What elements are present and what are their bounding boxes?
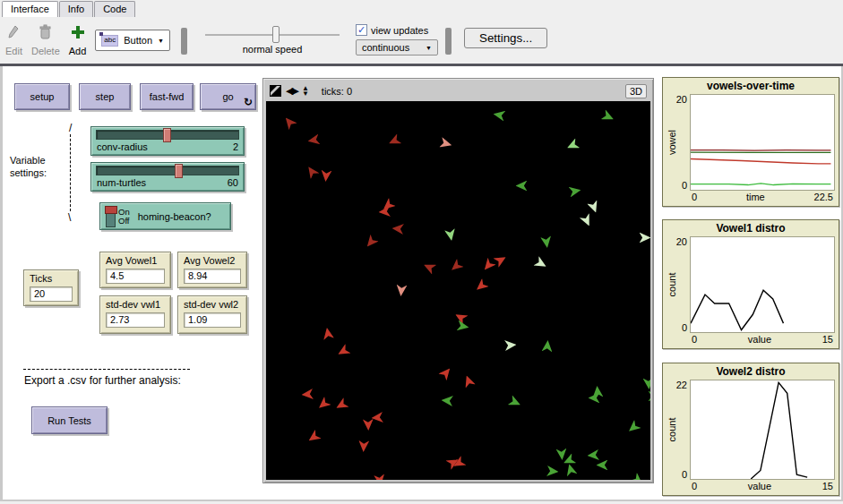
edit-button[interactable]: Edit bbox=[5, 21, 22, 56]
view-updates-checkbox[interactable]: ✓ bbox=[356, 24, 367, 36]
go-label: go bbox=[222, 91, 233, 102]
num-turtles-slider[interactable]: num-turtles 60 bbox=[90, 162, 245, 192]
line-chart bbox=[691, 237, 834, 332]
turtle bbox=[374, 474, 386, 480]
turtle bbox=[540, 235, 553, 249]
turtle bbox=[441, 395, 453, 406]
tab-interface[interactable]: Interface bbox=[2, 1, 58, 17]
world-view-header: ◀▶ ▲▼ ticks: 0 3D bbox=[266, 81, 650, 101]
delete-label: Delete bbox=[31, 46, 60, 56]
add-label: Add bbox=[69, 46, 87, 56]
tab-info[interactable]: Info bbox=[59, 1, 93, 17]
conv-radius-track bbox=[96, 130, 239, 140]
line-chart bbox=[691, 95, 834, 190]
turtle bbox=[320, 170, 331, 183]
vertical-arrows-icon[interactable]: ▲▼ bbox=[302, 86, 309, 97]
turtle bbox=[589, 393, 600, 404]
homing-beacon-label: homing-beacon? bbox=[138, 211, 211, 222]
toolbar: Edit Delete Add abc Button ▼ normal spee… bbox=[0, 17, 843, 66]
conv-radius-knob[interactable] bbox=[163, 128, 171, 142]
run-tests-button[interactable]: Run Tests bbox=[31, 406, 108, 434]
add-button[interactable]: Add bbox=[69, 21, 87, 56]
num-turtles-knob[interactable] bbox=[175, 164, 183, 178]
conv-radius-label: conv-radius bbox=[97, 141, 148, 152]
conv-radius-slider[interactable]: conv-radius 2 bbox=[90, 126, 245, 156]
edit-label: Edit bbox=[5, 46, 22, 56]
toolbar-separator bbox=[181, 28, 187, 55]
turtle bbox=[546, 466, 559, 477]
turtle bbox=[438, 365, 454, 381]
speed-slider-thumb[interactable] bbox=[272, 26, 280, 43]
world-ticks-counter: ticks: 0 bbox=[322, 86, 352, 97]
x-axis: 0 time 22.5 bbox=[667, 191, 835, 204]
std-dev-vwl2-monitor: std-dev vwl2 1.09 bbox=[177, 295, 247, 334]
divider bbox=[23, 369, 190, 370]
turtle bbox=[480, 258, 496, 274]
std-dev-vwl2-value: 1.09 bbox=[184, 312, 241, 328]
variable-settings-note: Variable settings: bbox=[10, 154, 47, 179]
turtle bbox=[457, 320, 470, 332]
x-axis: 0 value 15 bbox=[667, 333, 835, 346]
std-dev-vwl2-label: std-dev vwl2 bbox=[184, 299, 241, 310]
ticks-monitor-label: Ticks bbox=[30, 273, 73, 284]
step-label: step bbox=[96, 91, 115, 102]
pencil-icon bbox=[6, 21, 21, 44]
turtle bbox=[508, 395, 523, 409]
plot-area bbox=[690, 380, 835, 480]
num-turtles-value: 60 bbox=[228, 177, 238, 188]
plot-vowel2-distro: Vowel2 distro 22 count 0 0 value 15 bbox=[662, 363, 839, 496]
turtle bbox=[387, 133, 402, 148]
go-button[interactable]: go ↻ bbox=[200, 83, 256, 110]
std-dev-vwl1-value: 2.73 bbox=[106, 312, 165, 328]
update-mode-dropdown[interactable]: continuous ▼ bbox=[356, 39, 438, 56]
turtle bbox=[587, 200, 601, 214]
turtle bbox=[315, 397, 331, 413]
turtle bbox=[358, 440, 370, 453]
turtle bbox=[281, 115, 297, 131]
plot-title: Vowel2 distro bbox=[667, 364, 835, 380]
variable-settings-brace: / \ bbox=[62, 122, 80, 231]
settings-button[interactable]: Settings... bbox=[464, 28, 547, 48]
turtle bbox=[630, 473, 646, 480]
turtle bbox=[391, 223, 404, 235]
setup-button[interactable]: setup bbox=[14, 83, 70, 110]
horizontal-arrows-icon[interactable]: ◀▶ bbox=[286, 85, 297, 97]
plot-vowels-over-time: vowels-over-time 20 vowel 0 0 time 22.5 bbox=[662, 77, 839, 207]
fast-fwd-button[interactable]: fast-fwd bbox=[140, 83, 194, 110]
y-axis: 20 count 0 bbox=[667, 236, 690, 333]
std-dev-vwl1-monitor: std-dev vwl1 2.73 bbox=[99, 295, 171, 334]
plot-area bbox=[690, 94, 835, 191]
turtle bbox=[504, 339, 517, 351]
turtle bbox=[444, 228, 457, 242]
trash-icon bbox=[39, 21, 52, 44]
forever-icon: ↻ bbox=[244, 98, 253, 107]
homing-beacon-switch[interactable]: OnOff homing-beacon? bbox=[99, 202, 231, 230]
turtle bbox=[307, 133, 321, 146]
view-3d-button[interactable]: 3D bbox=[625, 84, 647, 98]
chevron-down-icon: ▼ bbox=[426, 45, 432, 51]
view-updates-label: view updates bbox=[371, 25, 428, 36]
step-button[interactable]: step bbox=[79, 83, 131, 110]
avg-vowel2-label: Avg Vowel2 bbox=[184, 255, 241, 266]
delete-button[interactable]: Delete bbox=[31, 21, 60, 56]
avg-vowel2-value: 8.94 bbox=[184, 269, 241, 284]
speed-slider[interactable] bbox=[205, 26, 340, 44]
turtle bbox=[642, 378, 650, 390]
y-axis: 22 count 0 bbox=[667, 380, 690, 480]
speed-label: normal speed bbox=[205, 44, 340, 55]
turtle bbox=[371, 412, 383, 423]
turtle bbox=[335, 344, 350, 359]
turtle bbox=[304, 164, 319, 180]
switch-toggle[interactable] bbox=[106, 206, 116, 227]
plot-vowel1-distro: Vowel1 distro 20 count 0 0 value 15 bbox=[662, 219, 839, 349]
switch-knob[interactable] bbox=[105, 206, 117, 214]
world-canvas[interactable] bbox=[266, 101, 650, 480]
turtle bbox=[461, 373, 476, 388]
diagonal-split-icon[interactable] bbox=[270, 85, 281, 97]
turtle bbox=[448, 259, 464, 275]
avg-vowel1-monitor: Avg Vowel1 4.5 bbox=[99, 252, 171, 288]
num-turtles-track bbox=[96, 166, 239, 175]
tab-code[interactable]: Code bbox=[94, 1, 135, 17]
widget-chooser-dropdown[interactable]: abc Button ▼ bbox=[95, 30, 170, 51]
turtle bbox=[333, 397, 348, 413]
